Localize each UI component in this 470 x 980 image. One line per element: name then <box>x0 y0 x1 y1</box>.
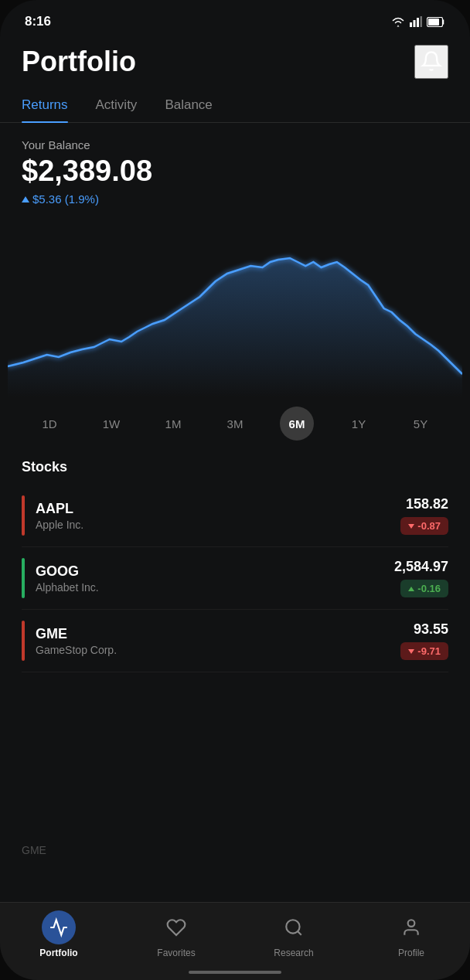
tabs: Returns Activity Balance <box>0 91 470 123</box>
nav-label-research: Research <box>274 948 313 958</box>
time-btn-1d[interactable]: 1D <box>32 407 66 441</box>
stocks-label: Stocks <box>22 459 448 475</box>
nav-item-research[interactable]: Research <box>235 910 352 958</box>
bell-icon <box>421 50 442 74</box>
balance-amount: $2,389.08 <box>22 155 448 188</box>
status-bar: 8:16 <box>0 0 470 36</box>
stock-price-gme: 93.55 <box>400 621 448 638</box>
up-arrow-goog <box>408 587 414 591</box>
chart-container <box>0 212 470 397</box>
stock-info-gme: GME GameStop Corp. <box>36 626 117 656</box>
stock-name-gme: GameStop Corp. <box>36 644 117 656</box>
stock-right-aapl: 158.82 -0.87 <box>400 496 448 535</box>
time-btn-5y[interactable]: 5Y <box>404 407 438 441</box>
nav-item-favorites[interactable]: Favorites <box>118 910 235 958</box>
time-range-selector: 1D 1W 1M 3M 6M 1Y 5Y <box>0 397 470 450</box>
stock-change-goog: -0.16 <box>400 580 448 597</box>
portfolio-nav-icon <box>42 910 76 944</box>
research-icon <box>284 917 304 937</box>
stock-indicator-gme <box>22 621 25 661</box>
research-nav-icon <box>277 910 311 944</box>
stock-change-value-goog: -0.16 <box>417 583 441 594</box>
stock-indicator-goog <box>22 558 25 598</box>
signal-icon <box>410 16 422 27</box>
favorites-icon <box>166 917 186 937</box>
gme-peek-label: GME <box>22 844 46 856</box>
stock-name-goog: Alphabet Inc. <box>36 581 99 594</box>
time-btn-1w[interactable]: 1W <box>94 407 128 441</box>
stock-info-aapl: AAPL Apple Inc. <box>36 501 83 531</box>
nav-label-profile: Profile <box>398 948 424 958</box>
svg-rect-0 <box>410 22 412 27</box>
nav-item-portfolio[interactable]: Portfolio <box>0 910 118 958</box>
balance-label: Your Balance <box>22 138 448 151</box>
status-time: 8:16 <box>25 14 51 29</box>
stock-price-aapl: 158.82 <box>400 496 448 512</box>
svg-rect-3 <box>421 16 423 27</box>
stock-right-goog: 2,584.97 -0.16 <box>394 559 448 597</box>
stock-indicator-aapl <box>22 495 25 536</box>
status-icons <box>391 16 445 27</box>
svg-point-8 <box>408 920 415 927</box>
svg-rect-2 <box>417 18 419 27</box>
stock-change-aapl: -0.87 <box>400 517 448 535</box>
stock-item-aapl[interactable]: AAPL Apple Inc. 158.82 -0.87 <box>22 485 448 547</box>
tab-activity[interactable]: Activity <box>96 91 138 122</box>
stock-change-value-aapl: -0.87 <box>417 520 441 532</box>
nav-item-profile[interactable]: Profile <box>352 910 470 958</box>
stock-ticker-gme: GME <box>36 626 117 642</box>
profile-icon <box>401 917 421 937</box>
tab-balance[interactable]: Balance <box>165 91 212 122</box>
stocks-section: Stocks AAPL Apple Inc. 158.82 -0.87 <box>0 453 470 672</box>
stock-price-goog: 2,584.97 <box>394 559 448 575</box>
stock-name-aapl: Apple Inc. <box>36 519 83 531</box>
stock-right-gme: 93.55 -9.71 <box>400 621 448 660</box>
time-btn-1y[interactable]: 1Y <box>342 407 376 441</box>
down-arrow-aapl <box>408 524 414 529</box>
stock-left-aapl: AAPL Apple Inc. <box>22 495 83 536</box>
stock-change-value-gme: -9.71 <box>417 645 441 657</box>
svg-rect-5 <box>428 19 439 26</box>
svg-line-7 <box>298 931 301 935</box>
balance-change: $5.36 (1.9%) <box>22 192 448 206</box>
profile-nav-icon <box>394 910 428 944</box>
stock-item-gme[interactable]: GME GameStop Corp. 93.55 -9.71 <box>22 610 448 672</box>
down-arrow-gme <box>408 649 414 654</box>
nav-label-portfolio: Portfolio <box>39 948 77 958</box>
nav-label-favorites: Favorites <box>157 948 195 958</box>
stock-ticker-aapl: AAPL <box>36 501 83 517</box>
balance-change-value: $5.36 (1.9%) <box>32 192 99 206</box>
tab-returns[interactable]: Returns <box>22 91 68 122</box>
wifi-icon <box>391 16 405 27</box>
stock-item-goog[interactable]: GOOG Alphabet Inc. 2,584.97 -0.16 <box>22 547 448 610</box>
time-btn-1m[interactable]: 1M <box>156 407 190 441</box>
balance-section: Your Balance $2,389.08 $5.36 (1.9%) <box>0 123 470 212</box>
bottom-nav: Portfolio Favorites Research <box>0 902 470 980</box>
svg-rect-1 <box>414 20 416 27</box>
favorites-nav-icon <box>159 910 193 944</box>
up-arrow-icon <box>22 196 29 202</box>
header: Portfolio <box>0 36 470 91</box>
stock-info-goog: GOOG Alphabet Inc. <box>36 563 99 594</box>
portfolio-chart <box>8 212 462 397</box>
home-indicator <box>189 971 281 974</box>
time-btn-3m[interactable]: 3M <box>218 407 252 441</box>
page-title: Portfolio <box>22 46 136 78</box>
stock-left-gme: GME GameStop Corp. <box>22 621 117 661</box>
time-btn-6m[interactable]: 6M <box>280 407 314 441</box>
battery-icon <box>427 17 445 27</box>
notifications-button[interactable] <box>414 45 448 79</box>
svg-point-6 <box>286 920 299 933</box>
stock-left-goog: GOOG Alphabet Inc. <box>22 558 99 598</box>
portfolio-icon <box>49 917 69 937</box>
stock-ticker-goog: GOOG <box>36 563 99 580</box>
stock-change-gme: -9.71 <box>400 642 448 660</box>
